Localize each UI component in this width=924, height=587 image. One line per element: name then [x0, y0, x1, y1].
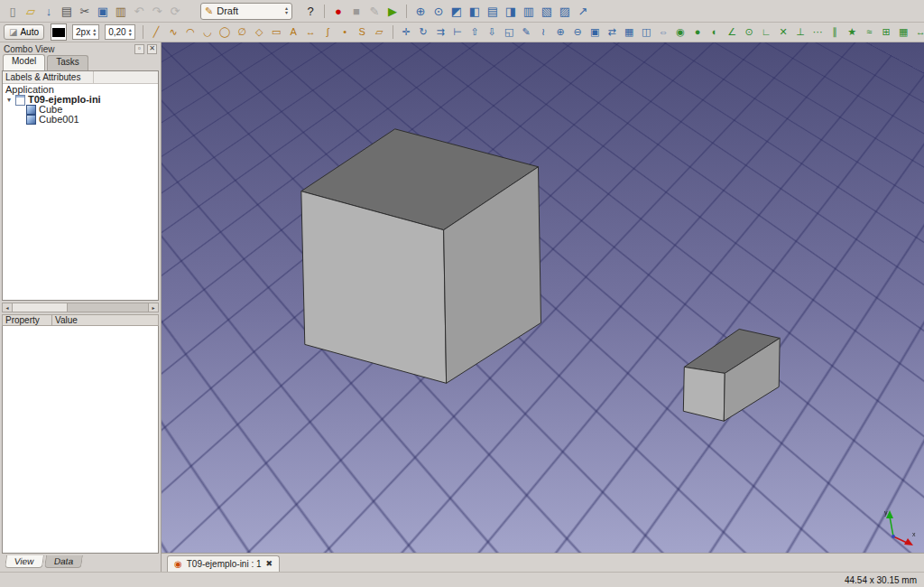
tab-model[interactable]: Model [3, 54, 45, 70]
snap-center-button[interactable]: ⊙ [741, 24, 758, 41]
view-rear-button[interactable]: ▥ [520, 2, 538, 20]
view-bottom-button[interactable]: ▧ [538, 2, 556, 20]
scroll-left-icon[interactable]: ◂ [3, 303, 13, 312]
snap-intersection-button[interactable]: ✕ [775, 24, 792, 41]
macro-edit-button[interactable]: ✎ [365, 2, 383, 20]
snap-special-button[interactable]: ★ [844, 24, 861, 41]
value-column-header[interactable]: Value [52, 314, 159, 326]
toolbar-separator [406, 5, 407, 18]
open-file-button[interactable]: ▱ [22, 2, 40, 20]
snap-extension-button[interactable]: ⋯ [809, 24, 827, 41]
snap-parallel-button[interactable]: ∥ [827, 24, 844, 41]
draft-polyline-button[interactable]: ∿ [165, 24, 182, 41]
tab-data[interactable]: Data [44, 555, 83, 568]
draft-offset-button[interactable]: ⇉ [432, 24, 449, 41]
draft-fillet-button[interactable]: ◠ [182, 24, 199, 41]
draft-rotate-button[interactable]: ↻ [415, 24, 432, 41]
document-tab[interactable]: ◉ T09-ejemplo-ini : 1 ✖ [167, 555, 280, 572]
draft-rectangle-button[interactable]: ▭ [268, 24, 285, 41]
draft-polygon-button[interactable]: ◇ [251, 24, 268, 41]
view-front-button[interactable]: ◧ [466, 2, 484, 20]
draft-text-button[interactable]: A [285, 24, 302, 41]
close-document-icon[interactable]: ✖ [266, 560, 273, 568]
fit-selection-button[interactable]: ⊙ [430, 2, 448, 20]
draft-upgrade-button[interactable]: ⇧ [467, 24, 484, 41]
tree-document-node[interactable]: ▾ T09-ejemplo-ini [3, 95, 158, 105]
tree-item-cube[interactable]: Cube [3, 105, 158, 115]
draft-mirror-button[interactable]: ⇔ [655, 24, 672, 41]
macro-stop-button[interactable]: ■ [347, 2, 365, 20]
line-color-button[interactable] [51, 23, 67, 41]
draft-to-sketch-button[interactable]: ⇄ [604, 24, 621, 41]
draft-circle-icon: ◯ [219, 27, 230, 37]
snap-midpoint-button[interactable]: ◐ [707, 24, 724, 41]
draft-bspline-button[interactable]: ʃ [319, 24, 337, 41]
view-axonometric-button[interactable]: ◩ [448, 2, 466, 20]
draft-line-button[interactable]: ╱ [148, 24, 165, 41]
view-top-button[interactable]: ▤ [484, 2, 502, 20]
draft-downgrade-button[interactable]: ⇩ [484, 24, 501, 41]
snap-near-button[interactable]: ≈ [861, 24, 878, 41]
line-width-stepper[interactable]: 2px ▴▾ [72, 24, 99, 40]
draft-scale-button[interactable]: ◱ [501, 24, 518, 41]
expand-arrow-icon[interactable]: ▾ [5, 95, 13, 105]
refresh-button[interactable]: ⟳ [166, 2, 184, 20]
snap-lock-button[interactable]: ◉ [672, 24, 689, 41]
draft-trimex-button[interactable]: ⊢ [449, 24, 467, 41]
draft-dimension-button[interactable]: ↔ [302, 24, 319, 41]
draft-delete-point-button[interactable]: ⊖ [569, 24, 587, 41]
document-tab-bar: ◉ T09-ejemplo-ini : 1 ✖ [162, 553, 924, 572]
tree-item-cube001[interactable]: Cube001 [3, 115, 158, 125]
tab-view[interactable]: View [5, 555, 43, 568]
draft-shape2dview-button[interactable]: ▣ [587, 24, 604, 41]
tree-column-header[interactable]: Labels & Attributes [3, 71, 158, 84]
property-table-body[interactable] [2, 326, 159, 554]
macro-record-button[interactable]: ● [329, 2, 347, 20]
save-file-button[interactable]: ↓ [40, 2, 58, 20]
draft-circle-button[interactable]: ◯ [217, 24, 234, 41]
snap-angle-button[interactable]: ∠ [724, 24, 741, 41]
view-left-button[interactable]: ▨ [556, 2, 574, 20]
scroll-right-icon[interactable]: ▸ [148, 303, 158, 312]
snap-working-plane-button[interactable]: ▦ [895, 24, 912, 41]
snap-ortho-button[interactable]: ∟ [758, 24, 775, 41]
tab-tasks[interactable]: Tasks [47, 55, 88, 70]
property-column-header[interactable]: Property [2, 314, 52, 326]
view-right-button[interactable]: ◨ [502, 2, 520, 20]
working-plane-button[interactable]: ◪ Auto [4, 24, 44, 40]
draft-point-button[interactable]: • [337, 24, 354, 41]
snap-endpoint-button[interactable]: ● [689, 24, 707, 41]
small-box-left-face[interactable] [683, 367, 725, 421]
paste-button[interactable]: ▥ [112, 2, 130, 20]
draft-facebinder-button[interactable]: ▱ [371, 24, 388, 41]
scale-stepper[interactable]: 0,20 ▴▾ [105, 24, 134, 40]
measure-distance-button[interactable]: ↗ [574, 2, 592, 20]
fit-all-button[interactable]: ⊕ [411, 2, 430, 20]
draft-ellipse-button[interactable]: ∅ [234, 24, 251, 41]
redo-button[interactable]: ↷ [148, 2, 166, 20]
draft-wire-to-bspline-button[interactable]: ≀ [535, 24, 552, 41]
tree-horizontal-scrollbar[interactable]: ◂ ▸ [2, 303, 159, 312]
draft-array-button[interactable]: ▦ [621, 24, 638, 41]
macro-run-button[interactable]: ▶ [383, 2, 402, 20]
cut-button[interactable]: ✂ [76, 2, 94, 20]
draft-edit-button[interactable]: ✎ [518, 24, 535, 41]
snap-perpendicular-button[interactable]: ⊥ [792, 24, 809, 41]
draft-shapestring-button[interactable]: S [354, 24, 371, 41]
draft-add-point-button[interactable]: ⊕ [552, 24, 569, 41]
close-panel-button[interactable]: ✕ [147, 44, 157, 54]
draft-move-button[interactable]: ✛ [398, 24, 415, 41]
snap-grid-button[interactable]: ⊞ [878, 24, 895, 41]
draft-arc-button[interactable]: ◡ [199, 24, 217, 41]
print-button[interactable]: ▤ [58, 2, 76, 20]
whats-this-button[interactable]: ? [301, 2, 319, 20]
scrollbar-thumb[interactable] [13, 303, 68, 312]
workbench-selector[interactable]: ✎ Draft ▴▾ [200, 3, 292, 20]
copy-button[interactable]: ▣ [94, 2, 112, 20]
3d-viewport[interactable]: y x [162, 42, 924, 553]
draft-clone-button[interactable]: ◫ [638, 24, 655, 41]
new-file-button[interactable]: ▯ [4, 2, 22, 20]
undo-button[interactable]: ↶ [130, 2, 148, 20]
float-panel-button[interactable]: ▫ [134, 44, 144, 54]
snap-dimensions-button[interactable]: ↔ [912, 24, 924, 41]
